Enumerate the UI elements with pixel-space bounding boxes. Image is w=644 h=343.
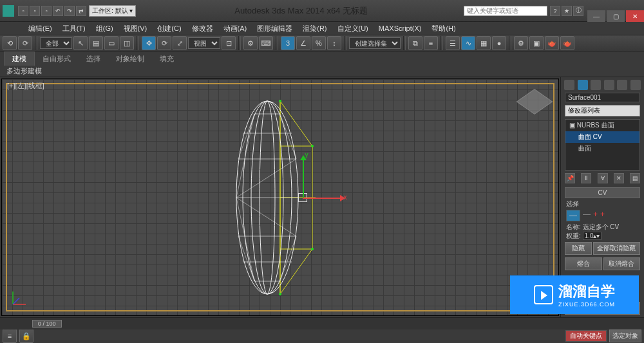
menu-views[interactable]: 视图(V) bbox=[121, 24, 150, 33]
new-icon[interactable]: ▫ bbox=[18, 6, 28, 16]
rollout-cv[interactable]: CV bbox=[565, 187, 640, 198]
fuse-button[interactable]: 熔合 bbox=[565, 257, 602, 270]
menu-edit[interactable]: 编辑(E) bbox=[26, 24, 55, 33]
unlink-icon[interactable]: ⟳ bbox=[18, 36, 32, 50]
redo-icon[interactable]: ↷ bbox=[64, 6, 75, 16]
utilities-tab-icon[interactable] bbox=[630, 80, 641, 90]
modifier-stack[interactable]: ▣ NURBS 曲面 曲面 CV 曲面 bbox=[565, 119, 640, 171]
rotate-icon[interactable]: ⟳ bbox=[157, 36, 171, 50]
material-icon[interactable]: ● bbox=[492, 36, 506, 50]
maximize-button[interactable]: ▢ bbox=[607, 10, 625, 22]
stack-sub-surface[interactable]: 曲面 bbox=[565, 143, 639, 154]
align-icon[interactable]: ≡ bbox=[424, 36, 438, 50]
menu-help[interactable]: 帮助(H) bbox=[429, 24, 458, 33]
scale-icon[interactable]: ⤢ bbox=[173, 36, 187, 50]
link-icon[interactable]: ⟲ bbox=[3, 36, 17, 50]
layers-icon[interactable]: ☰ bbox=[446, 36, 460, 50]
config-icon[interactable]: ▤ bbox=[630, 173, 640, 183]
window-select-icon[interactable]: ◫ bbox=[120, 36, 134, 50]
close-button[interactable]: ✕ bbox=[626, 10, 644, 22]
star-icon[interactable]: ★ bbox=[562, 6, 572, 16]
schematic-icon[interactable]: ▦ bbox=[477, 36, 491, 50]
show-result-icon[interactable]: Ⅱ bbox=[581, 173, 591, 183]
render-frame-icon[interactable]: ▣ bbox=[529, 36, 544, 50]
stack-root[interactable]: ▣ NURBS 曲面 bbox=[565, 120, 639, 131]
remove-mod-icon[interactable]: ✕ bbox=[614, 173, 624, 183]
menu-modifiers[interactable]: 修改器 bbox=[189, 24, 216, 33]
workspace-dropdown[interactable]: 工作区: 默认 ▾ bbox=[89, 5, 136, 17]
open-icon[interactable]: ▫ bbox=[30, 6, 40, 16]
coord-dropdown[interactable]: 视图 bbox=[188, 37, 220, 49]
help-icon[interactable]: ? bbox=[550, 6, 560, 16]
hide-button[interactable]: 隐藏 bbox=[565, 242, 592, 255]
render-icon[interactable]: 🫖 bbox=[545, 36, 559, 50]
display-tab-icon[interactable] bbox=[617, 80, 627, 90]
pivot-icon[interactable]: ⊡ bbox=[222, 36, 236, 50]
modifier-list-dropdown[interactable]: 修改器列表 bbox=[565, 105, 640, 116]
menu-render[interactable]: 渲染(R) bbox=[300, 24, 329, 33]
single-row-icon[interactable]: — bbox=[566, 210, 580, 221]
object-name-field[interactable]: Surface001 bbox=[565, 93, 640, 102]
render-prod-icon[interactable]: 🫖 bbox=[560, 36, 574, 50]
menu-create[interactable]: 创建(C) bbox=[155, 24, 184, 33]
tab-selection[interactable]: 选择 bbox=[79, 52, 108, 66]
selection-set-dropdown[interactable]: 创建选择集 bbox=[349, 37, 401, 49]
app-icon[interactable] bbox=[3, 5, 14, 17]
manip-icon[interactable]: ⚙ bbox=[243, 36, 258, 50]
search-input[interactable] bbox=[464, 6, 547, 16]
viewport-left[interactable]: [+][左][线框] bbox=[1, 79, 559, 316]
save-icon[interactable]: ▫ bbox=[41, 6, 52, 16]
gizmo-y-axis[interactable] bbox=[303, 159, 304, 198]
time-slider[interactable]: 0 / 100 bbox=[0, 318, 644, 329]
menu-graph[interactable]: 图形编辑器 bbox=[254, 24, 295, 33]
axis-u-neg[interactable]: — bbox=[583, 210, 591, 221]
info-icon[interactable]: ⓘ bbox=[573, 6, 583, 16]
create-tab-icon[interactable] bbox=[564, 80, 574, 90]
axis-v-pos[interactable]: + bbox=[600, 210, 605, 221]
tab-freeform[interactable]: 自由形式 bbox=[35, 52, 79, 66]
undo-icon[interactable]: ↶ bbox=[53, 6, 63, 16]
stack-sub-cv[interactable]: 曲面 CV bbox=[565, 131, 639, 143]
ribbon-panel-label[interactable]: 多边形建模 bbox=[0, 66, 644, 77]
tab-object-paint[interactable]: 对象绘制 bbox=[108, 52, 152, 66]
snap-icon[interactable]: 3 bbox=[281, 36, 295, 50]
menu-maxscript[interactable]: MAXScript(X) bbox=[376, 24, 424, 32]
unfuse-button[interactable]: 取消熔合 bbox=[603, 257, 641, 270]
unhide-all-button[interactable]: 全部取消隐藏 bbox=[593, 242, 640, 255]
mirror-icon[interactable]: ⧉ bbox=[408, 36, 422, 50]
menu-customize[interactable]: 自定义(U) bbox=[335, 24, 371, 33]
svg-point-4 bbox=[279, 100, 281, 102]
modify-tab-icon[interactable] bbox=[578, 80, 588, 90]
menu-tools[interactable]: 工具(T) bbox=[60, 24, 88, 33]
menu-group[interactable]: 组(G) bbox=[93, 24, 116, 33]
move-icon[interactable]: ✥ bbox=[142, 36, 156, 50]
viewport-label[interactable]: [+][左][线框] bbox=[7, 81, 44, 91]
filter-dropdown[interactable]: 全部 bbox=[40, 37, 72, 49]
motion-tab-icon[interactable] bbox=[604, 80, 614, 90]
rect-select-icon[interactable]: ▭ bbox=[104, 36, 118, 50]
time-slider-handle[interactable]: 0 / 100 bbox=[32, 320, 62, 328]
pin-stack-icon[interactable]: 📌 bbox=[565, 173, 575, 183]
angle-snap-icon[interactable]: ∠ bbox=[296, 36, 310, 50]
tab-populate[interactable]: 填充 bbox=[152, 52, 182, 66]
axis-u-pos[interactable]: + bbox=[593, 210, 598, 221]
keyboard-icon[interactable]: ⌨ bbox=[259, 36, 273, 50]
tab-modeling[interactable]: 建模 bbox=[4, 51, 35, 66]
menu-animation[interactable]: 动画(A) bbox=[221, 24, 250, 33]
curve-editor-icon[interactable]: ∿ bbox=[461, 36, 475, 50]
select-icon[interactable]: ↖ bbox=[73, 36, 88, 50]
link-icon[interactable]: ⇄ bbox=[76, 6, 86, 16]
minimize-button[interactable]: — bbox=[587, 10, 605, 22]
select-name-icon[interactable]: ▤ bbox=[89, 36, 103, 50]
script-icon[interactable]: ≡ bbox=[3, 329, 17, 343]
lock-icon[interactable]: 🔒 bbox=[19, 329, 33, 343]
percent-snap-icon[interactable]: % bbox=[312, 36, 326, 50]
auto-key-button[interactable]: 自动关键点 bbox=[565, 330, 607, 342]
gizmo-x-axis[interactable] bbox=[303, 198, 341, 199]
weight-spinner[interactable]: 1.0 ▴▾ bbox=[583, 232, 602, 240]
unique-icon[interactable]: ∀ bbox=[598, 173, 608, 183]
key-filter[interactable]: 选定对象 bbox=[609, 329, 641, 342]
spinner-snap-icon[interactable]: ↕ bbox=[327, 36, 341, 50]
render-setup-icon[interactable]: ⚙ bbox=[514, 36, 528, 50]
hierarchy-tab-icon[interactable] bbox=[591, 80, 601, 90]
